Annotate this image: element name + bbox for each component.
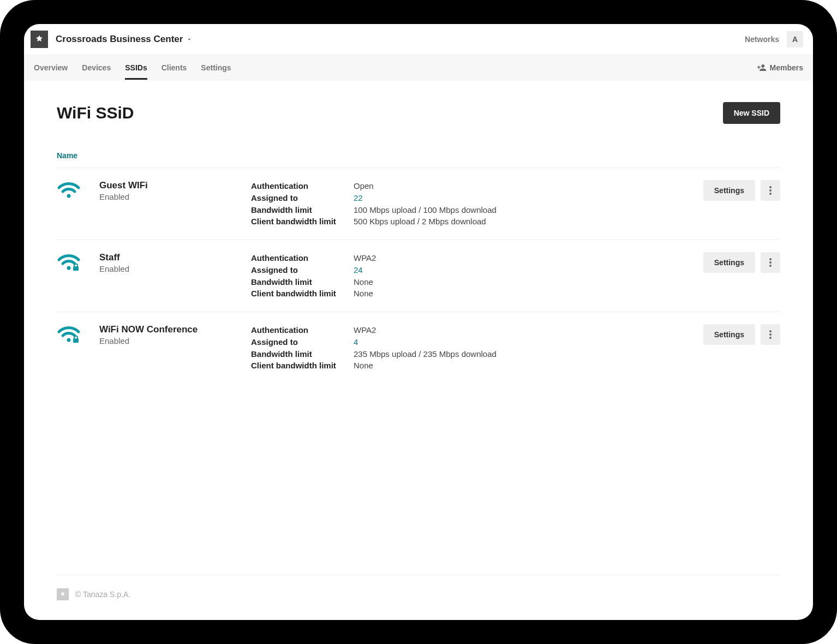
more-vertical-icon	[769, 330, 772, 339]
brand-logo-icon[interactable]	[31, 31, 48, 48]
client-bandwidth-value: 500 Kbps upload / 2 Mbps download	[354, 216, 678, 228]
svg-point-7	[769, 261, 772, 264]
ssid-field-labels: AuthenticationAssigned toBandwidth limit…	[251, 180, 349, 228]
page-header: WiFi SSiD New SSID	[57, 102, 780, 124]
svg-point-11	[769, 330, 772, 332]
wifi-icon	[57, 324, 95, 344]
ssid-row: StaffEnabledAuthenticationAssigned toBan…	[57, 240, 780, 312]
more-vertical-icon	[769, 186, 772, 195]
auth-value: Open	[354, 180, 678, 192]
row-actions: Settings	[682, 324, 780, 345]
ssid-title-block: StaffEnabled	[99, 252, 247, 273]
ssid-settings-button[interactable]: Settings	[703, 180, 755, 201]
more-menu-button[interactable]	[761, 324, 780, 345]
bandwidth-value: 100 Mbps upload / 100 Mbps download	[354, 204, 678, 216]
ssid-field-values: WPA24235 Mbps upload / 235 Mbps download…	[354, 324, 678, 372]
svg-point-9	[67, 338, 71, 342]
avatar[interactable]: A	[787, 31, 803, 47]
svg-point-2	[769, 189, 772, 192]
location-selector[interactable]: Crossroads Business Center	[56, 34, 193, 45]
svg-point-3	[769, 193, 772, 195]
members-label: Members	[770, 63, 803, 72]
tab-settings[interactable]: Settings	[201, 55, 231, 80]
svg-rect-10	[73, 338, 79, 343]
ssid-status: Enabled	[99, 264, 247, 273]
svg-rect-5	[73, 266, 79, 271]
svg-point-1	[769, 186, 772, 188]
ssid-title-block: WiFi NOW ConferenceEnabled	[99, 324, 247, 345]
client-bandwidth-value: None	[354, 360, 678, 372]
svg-point-0	[67, 194, 71, 198]
auth-value: WPA2	[354, 252, 678, 264]
row-actions: Settings	[682, 180, 780, 201]
new-ssid-button[interactable]: New SSID	[723, 102, 780, 124]
svg-point-8	[769, 265, 772, 267]
members-button[interactable]: Members	[757, 63, 803, 73]
footer-copyright: © Tanaza S.p.A.	[75, 590, 130, 599]
main-content: WiFi SSiD New SSID Name Guest WIFiEnable…	[24, 80, 813, 620]
ssid-field-labels: AuthenticationAssigned toBandwidth limit…	[251, 252, 349, 300]
ssid-name: WiFi NOW Conference	[99, 324, 247, 335]
assigned-to-link[interactable]: 22	[354, 192, 678, 204]
more-menu-button[interactable]	[761, 252, 780, 273]
chevron-down-icon	[186, 36, 193, 43]
networks-link[interactable]: Networks	[745, 35, 779, 44]
auth-value: WPA2	[354, 324, 678, 336]
ssid-field-values: Open22100 Mbps upload / 100 Mbps downloa…	[354, 180, 678, 228]
ssid-name: Staff	[99, 252, 247, 263]
assigned-to-link[interactable]: 4	[354, 336, 678, 348]
topbar: Crossroads Business Center Networks A	[24, 24, 813, 55]
tab-ssids[interactable]: SSIDs	[125, 55, 147, 80]
tab-clients[interactable]: Clients	[162, 55, 187, 80]
ssid-field-values: WPA224NoneNone	[354, 252, 678, 300]
more-menu-button[interactable]	[761, 180, 780, 201]
bandwidth-value: None	[354, 276, 678, 288]
svg-point-4	[67, 266, 71, 270]
assigned-to-link[interactable]: 24	[354, 264, 678, 276]
ssid-settings-button[interactable]: Settings	[703, 252, 755, 273]
add-person-icon	[757, 63, 767, 73]
wifi-icon	[57, 180, 95, 200]
row-actions: Settings	[682, 252, 780, 273]
client-bandwidth-value: None	[354, 288, 678, 300]
tab-devices[interactable]: Devices	[82, 55, 111, 80]
bandwidth-value: 235 Mbps upload / 235 Mbps download	[354, 348, 678, 360]
ssid-field-labels: AuthenticationAssigned toBandwidth limit…	[251, 324, 349, 372]
ssid-row: Guest WIFiEnabledAuthenticationAssigned …	[57, 168, 780, 240]
ssid-settings-button[interactable]: Settings	[703, 324, 755, 345]
ssid-name: Guest WIFi	[99, 180, 247, 191]
ssid-row: WiFi NOW ConferenceEnabledAuthentication…	[57, 312, 780, 384]
column-header-name[interactable]: Name	[57, 151, 780, 168]
svg-point-12	[769, 333, 772, 336]
tab-nav: OverviewDevicesSSIDsClientsSettings Memb…	[24, 55, 813, 80]
footer-logo-icon	[57, 588, 69, 600]
svg-point-13	[769, 337, 772, 339]
page-title: WiFi SSiD	[57, 104, 134, 122]
tablet-frame: Crossroads Business Center Networks A Ov…	[0, 0, 837, 644]
wifi-icon	[57, 252, 95, 272]
ssid-status: Enabled	[99, 336, 247, 345]
screen: Crossroads Business Center Networks A Ov…	[24, 24, 813, 620]
ssid-status: Enabled	[99, 192, 247, 201]
tab-overview[interactable]: Overview	[34, 55, 68, 80]
svg-point-6	[769, 258, 772, 260]
footer: © Tanaza S.p.A.	[57, 575, 780, 620]
location-name: Crossroads Business Center	[56, 34, 183, 45]
ssid-title-block: Guest WIFiEnabled	[99, 180, 247, 201]
more-vertical-icon	[769, 258, 772, 267]
